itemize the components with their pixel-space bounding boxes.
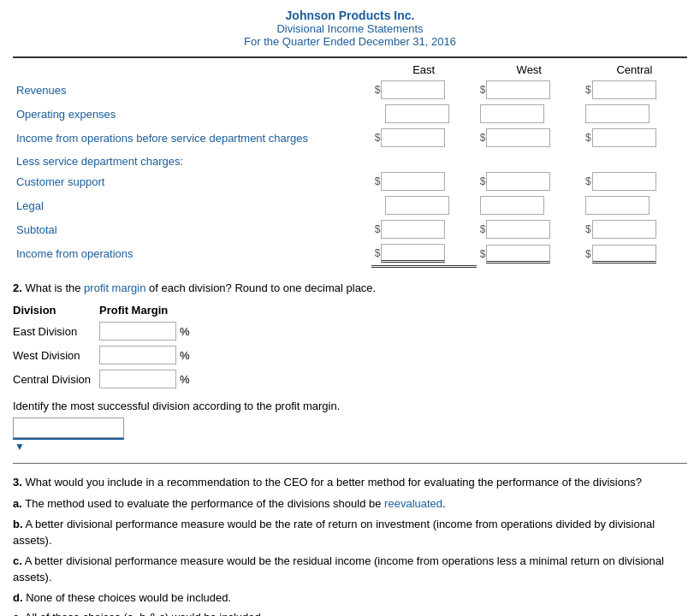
profit-margin-table: Division Profit Margin East Division % W… [13,301,224,391]
income-before-west-input[interactable] [486,128,550,147]
opex-central-cell [582,102,687,126]
central-percent: % [180,373,190,386]
legal-central-cell [582,193,687,217]
west-profit-input[interactable] [99,346,176,364]
top-divider [13,56,687,58]
legal-west-cell [477,193,582,217]
income-operations-label: Income from operations [13,241,371,267]
dollar-sign: $ [480,84,486,96]
revenues-central-input[interactable] [592,80,656,99]
income-ops-central-input[interactable] [592,245,656,264]
cs-west-input[interactable] [486,172,550,191]
customer-support-row: Customer support $ $ $ [13,169,687,193]
cs-central-input[interactable] [592,172,656,191]
cs-east-input[interactable] [381,172,445,191]
subtotal-label: Subtotal [13,217,371,241]
dollar-sign: $ [375,175,381,187]
revenues-east-cell: $ [371,78,477,102]
option-a-text: The method used to evaluate the performa… [25,497,445,510]
dollar-sign: $ [585,84,591,96]
dollar-sign: $ [585,132,591,144]
central-division-row: Central Division % [13,367,224,391]
subtotal-west-cell: $ [477,217,582,241]
section3: 3. What would you include in a recommend… [13,476,687,616]
opex-west-cell [477,102,582,126]
option-c: c. A better divisional performance measu… [13,553,687,586]
legal-central-input[interactable] [585,196,650,215]
income-statement-table: East West Central Revenues $ $ [13,62,687,268]
section3-question-text: What would you include in a recommendati… [25,476,641,489]
income-ops-central-cell: $ [582,241,687,267]
identify-dropdown[interactable] [13,418,124,438]
income-before-row: Income from operations before service de… [13,126,687,150]
opex-central-input[interactable] [585,104,650,123]
revenues-west-input[interactable] [486,80,550,99]
east-percent: % [180,325,190,338]
section2-question-end: of each division? Round to one decimal p… [149,281,376,294]
dollar-sign: $ [480,223,486,235]
subtotal-row: Subtotal $ $ $ [13,217,687,241]
opex-west-input[interactable] [480,104,544,123]
option-e: e. All of these choices (a, b & c) would… [13,609,687,616]
option-d-label: d. [13,591,23,604]
subtotal-central-cell: $ [582,217,687,241]
subtotal-east-input[interactable] [381,220,445,239]
dollar-sign: $ [375,132,381,144]
profit-margin-highlight: profit margin [84,281,145,294]
central-profit-input[interactable] [99,370,176,388]
legal-east-cell [371,193,477,217]
section2: 2. What is the profit margin of each div… [13,281,687,453]
legal-label: Legal [13,193,371,217]
option-a: a. The method used to evaluate the perfo… [13,495,687,512]
income-ops-west-cell: $ [477,241,582,267]
option-d-text: None of these choices would be included. [26,591,231,604]
east-profit-input[interactable] [99,322,176,341]
income-before-east-input[interactable] [381,128,445,147]
option-d: d. None of these choices would be includ… [13,589,687,607]
income-operations-row: Income from operations $ $ $ [13,241,687,267]
cs-central-cell: $ [582,169,687,193]
option-c-label: c. [13,554,22,567]
option-e-label: e. [13,611,22,616]
revenues-label: Revenues [13,78,371,102]
central-profit-input-cell: % [99,367,199,391]
income-before-central-cell: $ [582,126,687,150]
option-b: b. A better divisional performance measu… [13,516,687,549]
income-before-central-input[interactable] [592,128,656,147]
dollar-sign: $ [375,247,381,259]
dollar-sign: $ [585,175,591,187]
west-division-row: West Division % [13,343,224,367]
cs-west-cell: $ [477,169,582,193]
income-ops-west-input[interactable] [486,245,550,264]
dollar-sign: $ [375,223,381,235]
east-profit-input-cell: % [99,319,199,343]
revenues-east-input[interactable] [381,80,445,99]
legal-west-input[interactable] [480,196,544,215]
west-profit-input-cell: % [99,343,199,367]
section-divider [13,463,687,464]
subtotal-central-input[interactable] [592,220,656,239]
east-division-row: East Division % [13,319,224,343]
identify-text: Identify the most successful division ac… [13,400,340,412]
subtotal-west-input[interactable] [486,220,550,239]
opex-east-cell [371,102,477,126]
opex-east-input[interactable] [385,104,449,123]
option-a-label: a. [13,497,22,510]
option-b-label: b. [13,518,23,530]
legal-east-input[interactable] [385,196,449,215]
east-division-label: East Division [13,319,99,343]
report-period: For the Quarter Ended December 31, 2016 [13,35,687,48]
identify-row: Identify the most successful division ac… [13,400,687,412]
operating-expenses-row: Operating expenses [13,102,687,126]
division-col-header: Division [13,301,99,319]
section2-question-text: What is the [25,281,84,294]
option-c-text: A better divisional performance measure … [13,554,664,584]
dollar-sign: $ [480,175,486,187]
legal-row: Legal [13,193,687,217]
central-header: Central [582,62,687,78]
chevron-down-icon[interactable]: ▼ [15,441,25,453]
cs-east-cell: $ [371,169,477,193]
income-ops-east-input[interactable] [381,244,445,263]
west-percent: % [180,349,190,362]
report-subtitle: Divisional Income Statements [13,22,687,35]
